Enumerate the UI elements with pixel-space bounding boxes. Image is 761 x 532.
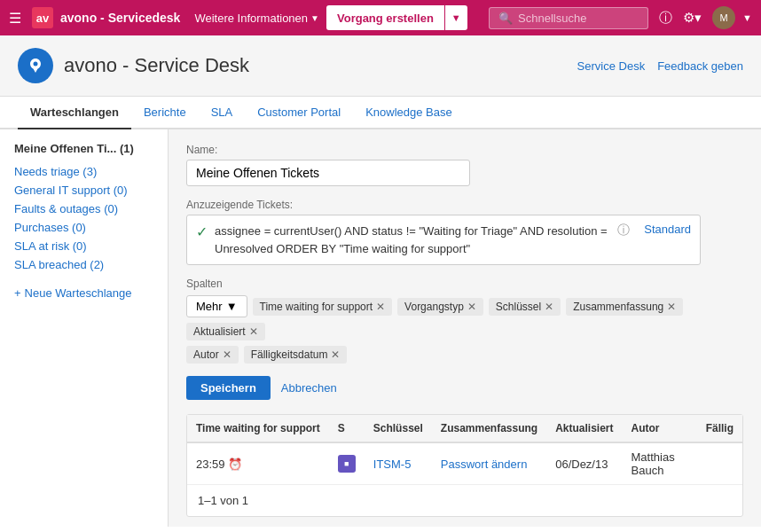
sidebar-item-sla-risk[interactable]: SLA at risk (0)	[14, 237, 153, 255]
help-circle-icon[interactable]: ⓘ	[617, 223, 630, 239]
sidebar-section-title: Meine Offenen Ti... (1)	[14, 142, 153, 155]
help-icon-btn[interactable]: ⓘ	[659, 10, 672, 27]
nav-customer-portal[interactable]: Customer Portal	[245, 97, 353, 129]
more-info-label: Weitere Informationen	[194, 12, 308, 25]
settings-icon-btn[interactable]: ⚙▾	[683, 10, 702, 26]
nav-knowledge-base[interactable]: Knowledge Base	[353, 97, 465, 129]
cell-author: Matthias Bauch	[623, 442, 697, 485]
results-table: Time waiting for support S Schlüssel Zus…	[186, 414, 743, 517]
time-value: 23:59	[196, 458, 225, 471]
sidebar-section-name: Meine Offenen Ti...	[14, 142, 116, 155]
hamburger-icon[interactable]: ☰	[9, 10, 21, 27]
service-desk-link[interactable]: Service Desk	[577, 59, 646, 73]
sidebar-item-purchases[interactable]: Purchases (0)	[14, 218, 153, 237]
column-tag-faelligkeitsdatum: Fälligkeitsdatum ✕	[244, 346, 348, 364]
app-title: avono - Servicedesk	[60, 11, 180, 25]
column-tag-zusammenfassung: Zusammenfassung ✕	[566, 298, 683, 316]
more-btn-arrow: ▼	[226, 300, 238, 313]
check-icon: ✓	[196, 223, 208, 240]
more-btn-label: Mehr	[196, 300, 223, 313]
cancel-button[interactable]: Abbrechen	[278, 376, 341, 400]
header-links: Service Desk Feedback geben	[577, 59, 743, 73]
user-avatar[interactable]: M	[712, 6, 735, 29]
more-columns-button[interactable]: Mehr ▼	[186, 295, 247, 317]
nav-sla[interactable]: SLA	[199, 97, 246, 129]
remove-column-vorgangstyp[interactable]: ✕	[467, 301, 476, 313]
top-navigation: ☰ av avono - Servicedesk Weitere Informa…	[0, 0, 761, 35]
col-header-s: S	[329, 415, 365, 442]
create-button[interactable]: Vorgang erstellen	[326, 5, 444, 30]
app-header: avono - Service Desk Service Desk Feedba…	[0, 35, 761, 97]
cell-key: ITSM-5	[365, 442, 432, 485]
cell-time: 23:59 ⏰	[187, 442, 329, 485]
remove-column-aktualisiert[interactable]: ✕	[249, 325, 258, 338]
sidebar-item-faults[interactable]: Faults & outages (0)	[14, 200, 153, 218]
remove-column-schluessel[interactable]: ✕	[545, 301, 553, 313]
avatar-dropdown[interactable]: ▼	[742, 12, 752, 23]
feedback-link[interactable]: Feedback geben	[657, 59, 743, 73]
clock-icon: ⏰	[228, 458, 242, 471]
name-field-group: Name:	[186, 144, 743, 186]
col-header-faellig: Fällig	[697, 415, 742, 442]
action-row: Speichern Abbrechen	[186, 376, 743, 400]
add-queue-label: Neue Warteschlange	[25, 286, 132, 300]
col-header-autor: Autor	[623, 415, 697, 442]
nav-berichte[interactable]: Berichte	[131, 97, 199, 129]
tickets-label: Anzuzeigende Tickets:	[186, 199, 743, 211]
add-queue-button[interactable]: + Neue Warteschlange	[14, 286, 153, 300]
column-tag-time: Time waiting for support ✕	[253, 298, 393, 316]
svg-point-0	[34, 62, 38, 66]
nav-warteschlangen[interactable]: Warteschlangen	[18, 97, 131, 129]
issue-key-link[interactable]: ITSM-5	[373, 458, 412, 471]
pagination: 1–1 von 1	[187, 485, 742, 516]
columns-label: Spalten	[186, 278, 743, 290]
column-tag-vorgangstyp: Vorgangstyp ✕	[397, 298, 483, 316]
cell-summary: Passwort ändern	[432, 442, 546, 485]
remove-column-time[interactable]: ✕	[376, 301, 385, 313]
standard-link[interactable]: Standard	[644, 223, 691, 236]
name-input[interactable]	[186, 160, 470, 186]
column-tag-autor: Autor ✕	[186, 346, 239, 364]
create-button-group: Vorgang erstellen ▼	[326, 5, 467, 30]
col-header-zusammenfassung: Zusammenfassung	[432, 415, 546, 442]
table-row: 23:59 ⏰ ■ ITSM-5 Passwort ändern	[187, 442, 742, 485]
jql-box: ✓ assignee = currentUser() AND status !=…	[186, 215, 701, 265]
app-icon: av	[32, 7, 53, 28]
tickets-field-group: Anzuzeigende Tickets: ✓ assignee = curre…	[186, 199, 743, 265]
column-tag-aktualisiert: Aktualisiert ✕	[186, 323, 265, 340]
logo-area: avono - Service Desk	[18, 48, 249, 83]
create-button-dropdown[interactable]: ▼	[444, 5, 467, 30]
chevron-down-icon: ▼	[310, 13, 319, 23]
remove-column-faelligkeitsdatum[interactable]: ✕	[331, 348, 340, 361]
issue-summary-link[interactable]: Passwort ändern	[441, 458, 528, 471]
more-info-menu[interactable]: Weitere Informationen ▼	[194, 12, 319, 25]
search-icon: 🔍	[498, 12, 513, 25]
sidebar-section-count: (1)	[120, 142, 134, 155]
sidebar-item-general-it[interactable]: General IT support (0)	[14, 181, 153, 200]
search-input[interactable]	[518, 12, 642, 25]
cell-due	[697, 442, 742, 485]
save-button[interactable]: Speichern	[186, 376, 271, 400]
sidebar-item-needs-triage[interactable]: Needs triage (3)	[14, 162, 153, 181]
logo-icon	[18, 48, 53, 83]
app-name: avono - Service Desk	[64, 54, 249, 77]
status-icon-symbol: ■	[344, 459, 349, 468]
main-content: Meine Offenen Ti... (1) Needs triage (3)…	[0, 129, 761, 527]
plus-icon: +	[14, 286, 21, 300]
content-area: Name: Anzuzeigende Tickets: ✓ assignee =…	[169, 129, 761, 527]
jql-text[interactable]: assignee = currentUser() AND status != "…	[215, 223, 610, 257]
sub-navigation: Warteschlangen Berichte SLA Customer Por…	[0, 97, 761, 129]
status-icon: ■	[338, 455, 356, 473]
remove-column-autor[interactable]: ✕	[223, 348, 231, 361]
columns-row-1: Mehr ▼ Time waiting for support ✕ Vorgan…	[186, 295, 743, 340]
col-header-time: Time waiting for support	[187, 415, 329, 442]
sidebar: Meine Offenen Ti... (1) Needs triage (3)…	[0, 129, 169, 527]
remove-column-zusammenfassung[interactable]: ✕	[667, 301, 676, 313]
column-tag-schluessel: Schlüssel ✕	[489, 298, 561, 316]
col-header-schluessel: Schlüssel	[365, 415, 432, 442]
columns-section: Spalten Mehr ▼ Time waiting for support …	[186, 278, 743, 364]
sidebar-item-sla-breached[interactable]: SLA breached (2)	[14, 255, 153, 274]
name-label: Name:	[186, 144, 743, 156]
col-header-aktualisiert: Aktualisiert	[546, 415, 622, 442]
search-box: 🔍	[489, 7, 648, 29]
